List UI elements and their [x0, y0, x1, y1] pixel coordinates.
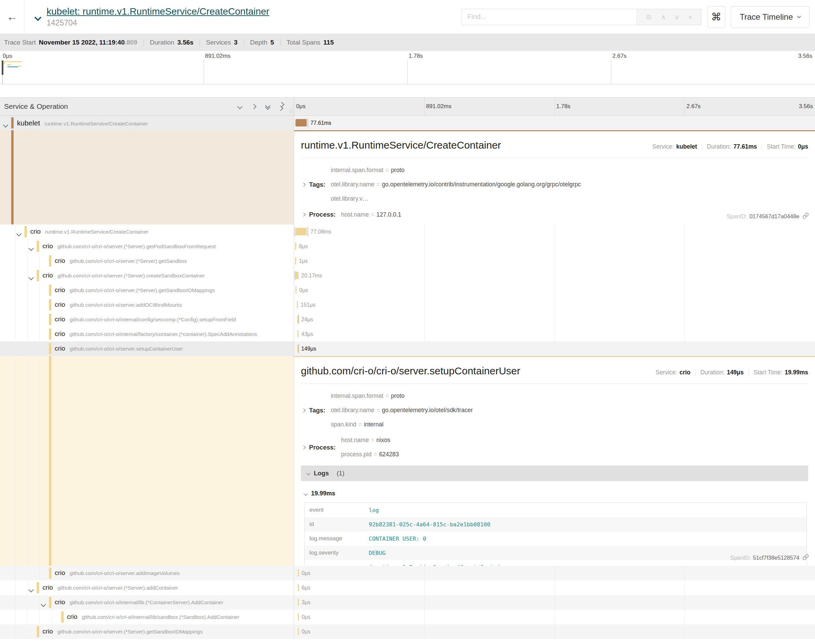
log-field-value: 92b82381-025c-4a64-815c-ba2e1bb08100 — [364, 517, 807, 532]
column-resize-grip[interactable] — [290, 109, 293, 113]
collapse-one-icon[interactable] — [238, 105, 242, 109]
span-row[interactable]: criogithub.com/cri-o/cri-o/internal/fact… — [0, 327, 815, 341]
span-name-cell[interactable]: criogithub.com/cri-o/cri-o/server.(*Serv… — [0, 624, 294, 639]
span-duration-bar[interactable] — [297, 345, 298, 352]
span-timeline-cell[interactable]: 1μs — [294, 254, 815, 268]
span-timeline-cell[interactable]: 8μs — [294, 239, 815, 254]
service-color-bar — [49, 299, 51, 310]
span-row[interactable]: criogithub.com/cri-o/cri-o/server.addOCI… — [0, 297, 815, 312]
span-name-cell[interactable]: criogithub.com/cri-o/cri-o/internal/fact… — [0, 327, 294, 341]
span-duration-bar[interactable] — [298, 598, 299, 606]
indent-guide — [15, 224, 15, 239]
span-row[interactable]: criogithub.com/cri-o/cri-o/server.(*Serv… — [0, 580, 815, 595]
trace-view-selector[interactable]: Trace Timeline — [731, 6, 810, 28]
span-row[interactable]: kubeletruntime.v1.RuntimeService/CreateC… — [0, 116, 815, 130]
tags-accordion[interactable]: Tags: internal.span.format=protootel.lib… — [301, 393, 808, 428]
span-row[interactable]: criogithub.com/cri-o/cri-o/server.(*Serv… — [0, 624, 815, 639]
span-row[interactable]: criogithub.com/cri-o/cri-o/server.(*Serv… — [0, 268, 815, 283]
span-row[interactable]: criogithub.com/cri-o/cri-o/server.setupC… — [0, 341, 815, 356]
span-duration-bar[interactable] — [296, 228, 307, 235]
span-row[interactable]: criogithub.com/cri-o/cri-o/internal/lib/… — [0, 610, 815, 624]
span-timeline-cell[interactable]: 77.61ms — [294, 116, 815, 130]
link-icon[interactable] — [803, 213, 809, 220]
collapse-trace-icon[interactable] — [35, 15, 40, 21]
minimap-drag-handle[interactable] — [2, 61, 3, 75]
locate-icon[interactable] — [645, 14, 652, 20]
summary-label: Depth — [250, 39, 268, 46]
span-duration-bar[interactable] — [295, 257, 296, 265]
span-timeline-cell[interactable]: 0μs — [294, 624, 815, 639]
tags-accordion[interactable]: Tags: internal.span.format=protootel.lib… — [301, 167, 808, 202]
expand-all-icon[interactable] — [280, 103, 283, 110]
tag-item: internal.span.format=proto — [331, 393, 473, 400]
log-entry-header[interactable]: 19.99ms — [304, 490, 808, 497]
span-row[interactable]: criogithub.com/cri-o/cri-o/server.(*Serv… — [0, 283, 815, 297]
span-timeline-cell[interactable]: 0μs — [294, 283, 815, 297]
link-icon[interactable] — [803, 554, 809, 562]
span-name-cell[interactable]: criogithub.com/cri-o/cri-o/internal/lib.… — [0, 595, 294, 610]
span-timeline-cell[interactable]: 6μs — [294, 580, 815, 595]
span-duration-bar[interactable] — [296, 119, 307, 126]
trace-minimap[interactable] — [0, 60, 815, 84]
span-timeline-cell[interactable]: 20.17ms — [294, 268, 815, 283]
span-duration-bar[interactable] — [296, 272, 299, 279]
next-result-icon[interactable]: ∨ — [674, 14, 680, 20]
indent-guide — [15, 624, 15, 639]
collapse-all-icon[interactable] — [266, 104, 270, 109]
indent-guide — [27, 580, 28, 595]
span-row[interactable]: criogithub.com/cri-o/cri-o/internal/lib.… — [0, 595, 815, 610]
span-name-cell[interactable]: criogithub.com/cri-o/cri-o/server.(*Serv… — [0, 239, 294, 254]
prev-result-icon[interactable]: ∧ — [661, 14, 666, 20]
span-name-cell[interactable]: criogithub.com/cri-o/cri-o/server.setupC… — [0, 341, 294, 356]
span-row[interactable]: crioruntime.v1.RuntimeService/CreateCont… — [0, 224, 815, 239]
span-duration-bar[interactable] — [298, 613, 299, 621]
span-row[interactable]: criogithub.com/cri-o/cri-o/internal/conf… — [0, 312, 815, 327]
tag-value: 624283 — [379, 451, 399, 458]
back-button[interactable]: ← — [0, 0, 25, 34]
span-name-cell[interactable]: criogithub.com/cri-o/cri-o/server.(*Serv… — [0, 268, 294, 283]
span-timeline-cell[interactable]: 0μs — [294, 566, 815, 580]
span-timeline-cell[interactable]: 3μs — [294, 595, 815, 610]
clear-find-icon[interactable]: × — [688, 14, 692, 20]
span-name-cell[interactable]: criogithub.com/cri-o/cri-o/server.addOCI… — [0, 297, 294, 312]
service-name: crio — [55, 598, 65, 606]
span-timeline-cell[interactable]: 77.08ms — [294, 224, 815, 239]
span-duration-bar[interactable] — [297, 316, 298, 323]
span-name-cell[interactable]: criogithub.com/cri-o/cri-o/internal/conf… — [0, 312, 294, 327]
keyboard-shortcuts-button[interactable]: ⌘ — [708, 6, 725, 28]
tag-key: otel.library.v… — [331, 195, 369, 202]
span-duration-bar[interactable] — [295, 242, 296, 250]
service-name: kubelet — [17, 119, 40, 127]
span-timeline-cell[interactable]: 151μs — [294, 297, 815, 312]
span-row[interactable]: criogithub.com/cri-o/cri-o/server.(*Serv… — [0, 239, 815, 254]
indent-guide — [15, 595, 15, 610]
service-name: crio — [55, 569, 65, 577]
process-accordion[interactable]: Process: host.name=nixosprocess.pid=6242… — [301, 437, 808, 458]
span-duration-bar[interactable] — [298, 628, 299, 635]
span-name-cell[interactable]: crioruntime.v1.RuntimeService/CreateCont… — [0, 224, 294, 239]
span-duration-bar[interactable] — [297, 330, 299, 337]
span-duration-bar[interactable] — [297, 301, 298, 308]
find-input[interactable] — [462, 9, 637, 25]
span-name-cell[interactable]: criogithub.com/cri-o/cri-o/internal/lib/… — [0, 610, 294, 624]
span-timeline-cell[interactable]: 24μs — [294, 312, 815, 327]
span-row[interactable]: criogithub.com/cri-o/cri-o/server.(*Serv… — [0, 254, 815, 268]
span-duration-bar[interactable] — [296, 286, 297, 294]
logs-accordion[interactable]: Logs (1) — [301, 466, 808, 481]
span-duration-bar[interactable] — [298, 569, 299, 577]
span-row[interactable]: criogithub.com/cri-o/cri-o/server.addIma… — [0, 566, 815, 580]
log-field-value: log — [364, 503, 807, 518]
span-name-cell[interactable]: criogithub.com/cri-o/cri-o/server.(*Serv… — [0, 283, 294, 297]
span-duration-bar[interactable] — [298, 584, 299, 591]
span-name-cell[interactable]: criogithub.com/cri-o/cri-o/server.(*Serv… — [0, 254, 294, 268]
indent-guide — [40, 610, 40, 624]
span-name-cell[interactable]: criogithub.com/cri-o/cri-o/server.addIma… — [0, 566, 294, 580]
expand-one-icon[interactable] — [252, 105, 256, 109]
span-timeline-cell[interactable]: 149μs — [294, 341, 815, 356]
trace-title-link[interactable]: kubelet: runtime.v1.RuntimeService/Creat… — [47, 6, 269, 17]
span-name-cell[interactable]: kubeletruntime.v1.RuntimeService/CreateC… — [0, 116, 294, 130]
span-name-cell[interactable]: criogithub.com/cri-o/cri-o/server.(*Serv… — [0, 580, 294, 595]
span-timeline-cell[interactable]: 43μs — [294, 327, 815, 341]
span-timeline-cell[interactable]: 0μs — [294, 610, 815, 624]
operation-name: github.com/cri-o/cri-o/internal/config/s… — [70, 317, 236, 323]
